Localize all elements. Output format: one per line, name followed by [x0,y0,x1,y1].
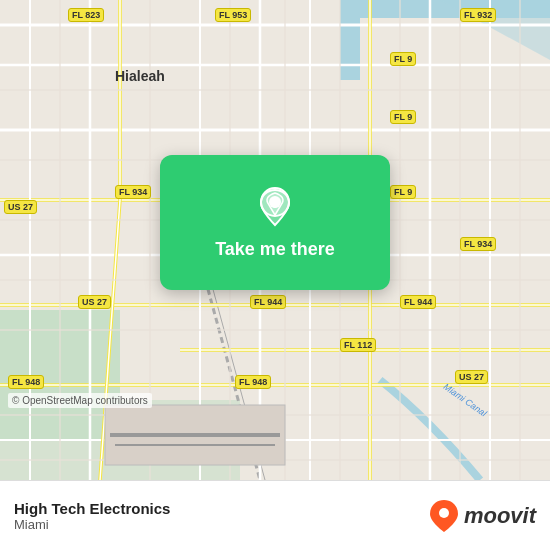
location-name: High Tech Electronics [14,500,170,517]
road-label-fl9c: FL 9 [390,185,416,199]
road-label-fl9a: FL 9 [390,52,416,66]
svg-point-51 [439,508,449,518]
road-label-fl953: FL 953 [215,8,251,22]
road-label-fl112: FL 112 [340,338,376,352]
road-label-fl934b: FL 934 [460,237,496,251]
location-info: High Tech Electronics Miami [14,500,170,532]
road-label-fl944a: FL 944 [250,295,286,309]
map-container: Hialeah Miami Canal FL 823FL 953FL 932FL… [0,0,550,480]
moovit-logo[interactable]: moovit [428,498,536,534]
road-label-fl823: FL 823 [68,8,104,22]
take-me-there-button[interactable]: Take me there [215,239,335,260]
road-label-fl932: FL 932 [460,8,496,22]
road-label-us27c: US 27 [455,370,488,384]
location-city: Miami [14,517,170,532]
action-card[interactable]: Take me there [160,155,390,290]
road-label-fl934: FL 934 [115,185,151,199]
road-label-fl9b: FL 9 [390,110,416,124]
moovit-text: moovit [464,503,536,529]
road-label-us27b: US 27 [78,295,111,309]
road-label-fl948b: FL 948 [235,375,271,389]
road-label-fl944b: FL 944 [400,295,436,309]
road-label-us27a: US 27 [4,200,37,214]
moovit-pin-icon [428,498,460,534]
road-label-fl948a: FL 948 [8,375,44,389]
svg-point-50 [270,198,280,208]
location-pin-icon [253,185,297,229]
map-attribution: © OpenStreetMap contributors [8,393,152,408]
info-bar: High Tech Electronics Miami moovit [0,480,550,550]
